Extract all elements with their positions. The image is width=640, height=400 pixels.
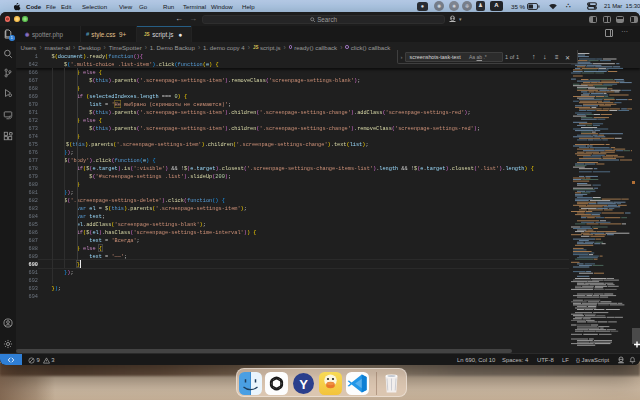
svg-text:Y: Y	[299, 377, 308, 392]
